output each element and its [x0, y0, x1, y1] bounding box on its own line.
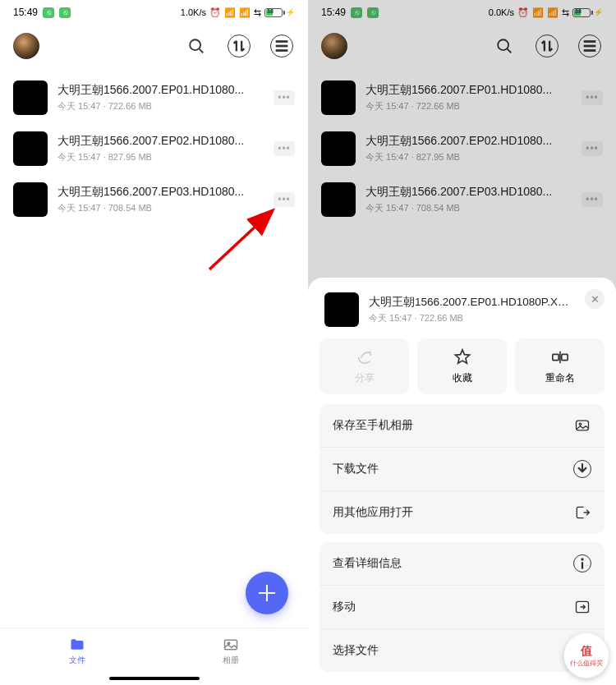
- more-button[interactable]: •••: [274, 90, 295, 105]
- file-thumbnail: [321, 80, 356, 115]
- details-button[interactable]: 查看详细信息: [319, 542, 605, 585]
- file-title: 大明王朝1566.2007.EP02.HD1080...: [365, 134, 572, 149]
- sheet-file-title: 大明王朝1566.2007.EP01.HD1080P.X264....: [369, 295, 574, 310]
- status-indicator-icon: ⎋: [351, 7, 362, 18]
- star-icon: [453, 348, 471, 366]
- signal-icon: 📶: [532, 7, 544, 18]
- svg-point-17: [579, 423, 582, 425]
- info-icon: [573, 554, 591, 572]
- svg-line-9: [508, 49, 512, 53]
- file-meta: 今天 15:47 · 708.54 MB: [365, 202, 572, 214]
- file-meta: 今天 15:47 · 722.66 MB: [57, 100, 264, 113]
- app-header: [0, 23, 308, 66]
- rename-button[interactable]: 重命名: [515, 338, 605, 394]
- avatar[interactable]: [13, 33, 39, 59]
- svg-rect-13: [552, 354, 558, 360]
- file-title: 大明王朝1566.2007.EP01.HD1080...: [365, 83, 572, 98]
- watermark: 值 什么值得买: [563, 632, 609, 678]
- close-button[interactable]: ✕: [585, 289, 605, 309]
- download-button[interactable]: 下载文件: [319, 447, 605, 490]
- file-item[interactable]: 大明王朝1566.2007.EP03.HD1080... 今天 15:47 · …: [308, 174, 616, 225]
- menu-button[interactable]: [577, 33, 603, 59]
- move-icon: [573, 598, 591, 616]
- network-speed: 0.0K/s: [489, 7, 514, 17]
- download-icon: [573, 460, 591, 478]
- more-button[interactable]: •••: [274, 141, 295, 156]
- save-to-album-button[interactable]: 保存至手机相册: [319, 404, 605, 447]
- network-speed: 1.0K/s: [181, 7, 206, 17]
- file-item[interactable]: 大明王朝1566.2007.EP02.HD1080... 今天 15:47 · …: [0, 123, 308, 174]
- search-button[interactable]: [491, 33, 517, 59]
- sheet-file-meta: 今天 15:47 · 722.66 MB: [369, 312, 574, 324]
- file-title: 大明王朝1566.2007.EP03.HD1080...: [57, 185, 264, 200]
- file-thumbnail: [321, 182, 356, 217]
- file-meta: 今天 15:47 · 722.66 MB: [365, 100, 572, 113]
- move-button[interactable]: 移动: [319, 585, 605, 628]
- avatar[interactable]: [321, 33, 347, 59]
- signal-icon: 📶: [239, 7, 251, 18]
- file-meta: 今天 15:47 · 708.54 MB: [57, 202, 264, 214]
- wifi-icon: ⇆: [254, 7, 261, 18]
- menu-button[interactable]: [269, 33, 295, 59]
- sheet-file-header: 大明王朝1566.2007.EP01.HD1080P.X264.... 今天 1…: [319, 289, 605, 338]
- share-icon: [356, 348, 374, 366]
- transfers-button[interactable]: [534, 33, 560, 59]
- status-bar: 15:49 ⎋ ⎋ 1.0K/s ⏰ 📶 📶 ⇆ 38⚡: [0, 0, 308, 23]
- more-button[interactable]: •••: [582, 141, 603, 156]
- alarm-icon: ⏰: [209, 7, 221, 18]
- file-item[interactable]: 大明王朝1566.2007.EP02.HD1080... 今天 15:47 · …: [308, 123, 616, 174]
- file-item[interactable]: 大明王朝1566.2007.EP01.HD1080... 今天 15:47 · …: [308, 72, 616, 123]
- action-sheet: ✕ 大明王朝1566.2007.EP01.HD1080P.X264.... 今天…: [308, 278, 616, 685]
- svg-point-0: [190, 39, 200, 50]
- more-button[interactable]: •••: [582, 90, 603, 105]
- status-bar: 15:49 ⎋ ⎋ 0.0K/s ⏰ 📶 📶 ⇆ 38⚡: [308, 0, 616, 23]
- file-thumbnail: [321, 131, 356, 166]
- file-meta: 今天 15:47 · 827.95 MB: [365, 151, 572, 163]
- file-item[interactable]: 大明王朝1566.2007.EP01.HD1080... 今天 15:47 · …: [0, 72, 308, 123]
- add-fab[interactable]: [246, 572, 288, 614]
- nav-album[interactable]: 相册: [154, 628, 309, 674]
- more-button[interactable]: •••: [274, 192, 295, 207]
- file-meta: 今天 15:47 · 827.95 MB: [57, 151, 264, 163]
- file-thumbnail: [13, 131, 48, 166]
- signal-icon: 📶: [224, 7, 236, 18]
- file-thumbnail: [13, 182, 48, 217]
- svg-line-1: [200, 49, 204, 53]
- status-indicator-icon: ⎋: [59, 7, 71, 18]
- signal-icon: 📶: [547, 7, 559, 18]
- select-files-button[interactable]: 选择文件: [319, 628, 605, 672]
- file-thumbnail: [324, 292, 359, 327]
- svg-rect-16: [577, 421, 589, 430]
- transfers-button[interactable]: [226, 33, 252, 59]
- svg-rect-19: [582, 562, 583, 568]
- file-title: 大明王朝1566.2007.EP03.HD1080...: [365, 185, 572, 200]
- battery-icon: 38⚡: [572, 8, 603, 17]
- bottom-nav: 文件 相册: [0, 628, 308, 674]
- file-thumbnail: [13, 80, 48, 115]
- open-with-button[interactable]: 用其他应用打开: [319, 490, 605, 534]
- svg-rect-14: [561, 354, 567, 360]
- file-item[interactable]: 大明王朝1566.2007.EP03.HD1080... 今天 15:47 · …: [0, 174, 308, 225]
- favorite-button[interactable]: 收藏: [417, 338, 507, 394]
- file-title: 大明王朝1566.2007.EP01.HD1080...: [57, 83, 264, 98]
- search-button[interactable]: [183, 33, 209, 59]
- home-indicator: [109, 677, 200, 680]
- nav-files[interactable]: 文件: [0, 628, 154, 674]
- status-time: 15:49: [13, 7, 38, 18]
- app-header: [308, 23, 616, 66]
- file-title: 大明王朝1566.2007.EP02.HD1080...: [57, 134, 264, 149]
- share-button[interactable]: 分享: [319, 338, 409, 394]
- wifi-icon: ⇆: [562, 7, 569, 18]
- battery-icon: 38⚡: [264, 8, 295, 17]
- export-icon: [573, 503, 591, 522]
- status-indicator-icon: ⎋: [43, 7, 54, 18]
- rename-icon: [551, 348, 569, 366]
- status-time: 15:49: [321, 7, 346, 18]
- svg-point-8: [498, 39, 508, 50]
- status-indicator-icon: ⎋: [367, 7, 379, 18]
- svg-point-18: [581, 558, 583, 560]
- more-button[interactable]: •••: [582, 192, 603, 207]
- svg-rect-5: [225, 640, 237, 650]
- image-icon: [573, 416, 591, 434]
- file-list: 大明王朝1566.2007.EP01.HD1080... 今天 15:47 · …: [0, 66, 308, 628]
